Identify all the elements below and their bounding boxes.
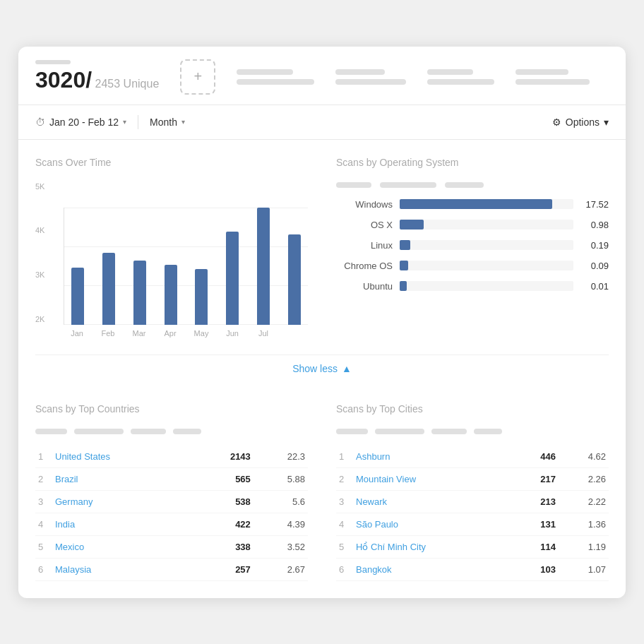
period-label: Month — [150, 117, 177, 128]
table-row: 3 Germany 538 5.6 — [35, 490, 308, 513]
scans-over-time-section: Scans Over Time 2K 3K 4K 5K — [35, 157, 308, 338]
chart-grid — [64, 208, 308, 325]
count-cell: 538 — [193, 490, 254, 513]
rank-cell: 1 — [336, 446, 353, 468]
os-bar — [400, 240, 410, 250]
os-name: Windows — [336, 199, 393, 210]
os-rows-container: Windows17.52OS X0.98Linux0.19Chrome OS0.… — [336, 199, 609, 292]
cities-placeholder-row — [336, 429, 609, 434]
pct-cell: 2.26 — [559, 467, 609, 490]
bar-item — [281, 234, 308, 325]
bottom-row: Scans by Top Countries 1 United States 2… — [35, 403, 609, 581]
count-cell: 213 — [514, 490, 559, 513]
os-row: Ubuntu0.01 — [336, 281, 609, 292]
name-cell: Germany — [52, 490, 193, 513]
pct-cell: 3.52 — [254, 535, 308, 558]
table-row: 3 Newark 213 2.22 — [336, 490, 609, 513]
os-ph-2 — [380, 182, 436, 188]
table-row: 5 Mexico 338 3.52 — [35, 535, 308, 558]
rank-cell: 6 — [35, 558, 52, 580]
date-range-dropdown[interactable]: ⏱ Jan 20 - Feb 12 ▾ — [35, 117, 126, 128]
count-cell: 2143 — [193, 446, 254, 468]
table-row: 6 Malaysia 257 2.67 — [35, 558, 308, 580]
os-name: OS X — [336, 220, 393, 230]
header-bar-decoration — [35, 60, 71, 64]
count-cell: 338 — [193, 535, 254, 558]
table-row: 2 Brazil 565 5.88 — [35, 467, 308, 490]
countries-placeholder-row — [35, 429, 308, 434]
name-cell: Newark — [353, 490, 514, 513]
pct-cell: 1.36 — [559, 513, 609, 535]
rank-cell: 2 — [336, 467, 353, 490]
os-bar-wrap — [400, 220, 573, 229]
scans-by-os-section: Scans by Operating System Windows17.52OS… — [336, 157, 609, 338]
name-cell: Hồ Chí Minh City — [353, 535, 514, 558]
header: 3020/ 2453 Unique + — [18, 47, 626, 105]
count-cell: 131 — [514, 513, 559, 535]
pct-cell: 5.88 — [254, 467, 308, 490]
cities-title: Scans by Top Cities — [336, 403, 609, 415]
table-row: 6 Bangkok 103 1.07 — [336, 558, 609, 580]
os-row: Chrome OS0.09 — [336, 261, 609, 271]
os-bar — [400, 261, 408, 270]
options-label: Options — [566, 117, 600, 128]
os-bar — [400, 199, 552, 209]
rank-cell: 5 — [336, 535, 353, 558]
scans-over-time-title: Scans Over Time — [35, 157, 308, 168]
show-less-row: Show less ▲ — [35, 354, 609, 389]
scans-by-cities-section: Scans by Top Cities 1 Ashburn 446 4.62 2… — [336, 403, 609, 581]
add-widget-button[interactable]: + — [180, 59, 215, 95]
chart-bars-wrap: JanFebMarAprMayJunJul — [64, 208, 308, 338]
os-bar-wrap — [400, 281, 573, 291]
name-cell: Ashburn — [353, 446, 514, 468]
chart-y-labels: 2K 3K 4K 5K — [35, 182, 44, 323]
charts-row: Scans Over Time 2K 3K 4K 5K — [35, 157, 609, 338]
header-placeholder-3 — [427, 69, 494, 85]
os-name: Linux — [336, 240, 393, 251]
os-ph-1 — [336, 182, 371, 188]
count-cell: 422 — [193, 513, 254, 535]
name-cell: Mountain View — [353, 467, 514, 490]
os-value: 0.09 — [580, 261, 609, 271]
header-placeholder-4 — [515, 69, 590, 85]
filter-right: ⚙ Options ▾ — [552, 117, 609, 128]
period-chevron-icon: ▾ — [181, 118, 185, 126]
table-row: 4 India 422 4.39 — [35, 513, 308, 535]
count-cell: 446 — [514, 446, 559, 468]
count-cell: 103 — [514, 558, 559, 580]
filter-divider — [138, 115, 138, 129]
table-row: 5 Hồ Chí Minh City 114 1.19 — [336, 535, 609, 558]
name-cell: Brazil — [52, 467, 193, 490]
bar-item — [219, 232, 246, 325]
rank-cell: 3 — [35, 490, 52, 513]
count-cell: 114 — [514, 535, 559, 558]
os-name: Chrome OS — [336, 261, 393, 271]
rank-cell: 3 — [336, 490, 353, 513]
rank-cell: 4 — [35, 513, 52, 535]
rank-cell: 4 — [336, 513, 353, 535]
period-dropdown[interactable]: Month ▾ — [150, 117, 185, 128]
os-bar — [400, 220, 424, 229]
header-stats: 3020/ 2453 Unique — [35, 60, 159, 93]
show-less-button[interactable]: Show less ▲ — [292, 363, 352, 374]
rank-cell: 2 — [35, 467, 52, 490]
os-placeholder-row — [336, 182, 609, 188]
bar-item — [95, 253, 122, 325]
chart-x-labels: JanFebMarAprMayJunJul — [64, 329, 308, 338]
os-row: OS X0.98 — [336, 220, 609, 230]
options-chevron-icon: ▾ — [604, 117, 609, 128]
header-placeholder-1 — [237, 69, 314, 85]
table-row: 1 Ashburn 446 4.62 — [336, 446, 609, 468]
rank-cell: 5 — [35, 535, 52, 558]
pct-cell: 5.6 — [254, 490, 308, 513]
table-row: 4 São Paulo 131 1.36 — [336, 513, 609, 535]
show-less-icon: ▲ — [342, 363, 352, 374]
name-cell: São Paulo — [353, 513, 514, 535]
countries-table: 1 United States 2143 22.3 2 Brazil 565 5… — [35, 446, 308, 581]
options-dropdown[interactable]: ⚙ Options ▾ — [552, 117, 609, 128]
header-main-number: 3020/ 2453 Unique — [35, 67, 159, 93]
bar-item — [157, 265, 184, 325]
show-less-label: Show less — [292, 363, 338, 374]
pct-cell: 2.67 — [254, 558, 308, 580]
header-placeholder-2 — [335, 69, 406, 85]
